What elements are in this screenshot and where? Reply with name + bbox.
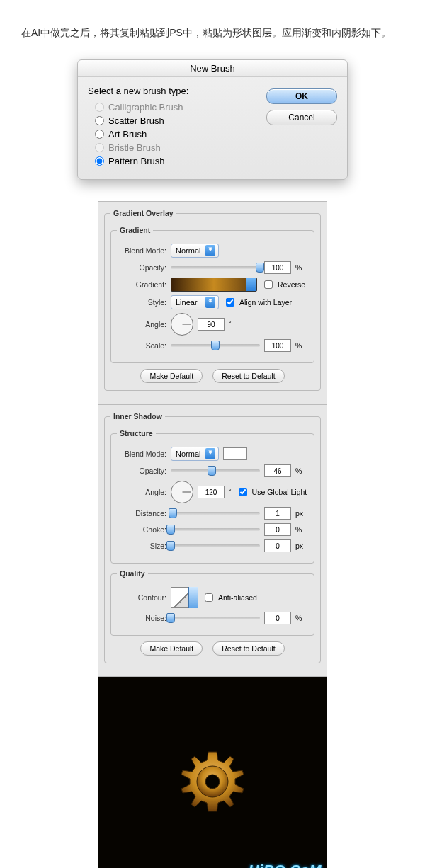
chevron-updown-icon <box>205 245 215 256</box>
noise-label: Noise: <box>117 614 166 622</box>
px-unit: px <box>295 542 308 550</box>
ok-button[interactable]: OK <box>266 88 337 104</box>
antialias-label: Anti-aliased <box>218 593 257 602</box>
make-default-button[interactable]: Make Default <box>140 369 203 383</box>
contour-label: Contour: <box>117 593 166 602</box>
antialias-checkbox[interactable]: Anti-aliased <box>202 591 257 604</box>
radio-bristle[interactable]: Bristle Brush <box>88 141 266 154</box>
pct-unit: % <box>295 614 308 622</box>
radio-label: Calligraphic Brush <box>108 102 183 113</box>
chevron-updown-icon <box>205 297 215 308</box>
svg-point-1 <box>205 775 220 789</box>
intro-text: 在AI中做完之后，将其复制粘贴到PS中，粘贴为形状图层。应用渐变和内阴影如下。 <box>21 24 404 42</box>
reset-default-button[interactable]: Reset to Default <box>212 641 284 656</box>
pct-unit: % <box>295 467 308 475</box>
choke-slider[interactable] <box>171 528 260 531</box>
blend-dropdown[interactable]: Normal <box>171 244 219 258</box>
opacity-slider[interactable] <box>171 469 260 472</box>
angle-label: Angle: <box>117 320 166 329</box>
pct-unit: % <box>295 341 308 350</box>
quality-legend: Quality <box>117 569 148 578</box>
reverse-label: Reverse <box>278 280 305 289</box>
style-dropdown[interactable]: Linear <box>171 295 219 309</box>
gradient-sublegend: Gradient <box>117 226 153 234</box>
radio-scatter[interactable]: Scatter Brush <box>88 114 266 127</box>
blend-label: Blend Mode: <box>117 450 166 458</box>
radio-label: Scatter Brush <box>108 115 164 126</box>
choke-input[interactable] <box>264 523 291 536</box>
structure-legend: Structure <box>117 429 156 438</box>
blend-value: Normal <box>176 450 200 458</box>
reverse-checkbox[interactable]: Reverse <box>261 278 305 291</box>
gradient-overlay-panel: Gradient Overlay Gradient Blend Mode: No… <box>98 201 327 404</box>
blend-value: Normal <box>176 246 200 255</box>
radio-calligraphic[interactable]: Calligraphic Brush <box>88 101 266 114</box>
inner-shadow-panel: Inner Shadow Structure Blend Mode: Norma… <box>98 404 327 677</box>
size-label: Size: <box>117 542 166 550</box>
reset-default-button[interactable]: Reset to Default <box>212 369 284 383</box>
brush-prompt: Select a new brush type: <box>88 86 266 96</box>
scale-slider[interactable] <box>171 344 260 347</box>
scale-label: Scale: <box>117 341 166 350</box>
noise-input[interactable] <box>264 612 291 624</box>
angle-dial[interactable] <box>171 481 193 503</box>
angle-input[interactable] <box>198 318 225 331</box>
pct-unit: % <box>295 525 308 534</box>
contour-picker[interactable] <box>171 587 198 608</box>
gradient-swatch[interactable] <box>171 278 257 292</box>
deg-unit <box>229 320 232 329</box>
watermark-main: UiBQ.CoM <box>249 862 322 868</box>
radio-label: Pattern Brush <box>108 156 165 166</box>
noise-slider[interactable] <box>171 617 260 619</box>
chevron-updown-icon <box>205 448 215 459</box>
gradient-overlay-legend: Gradient Overlay <box>110 209 176 217</box>
size-input[interactable] <box>264 539 291 552</box>
size-slider[interactable] <box>171 544 260 547</box>
angle-dial[interactable] <box>171 313 193 336</box>
radio-label: Bristle Brush <box>108 142 161 153</box>
cancel-button[interactable]: Cancel <box>266 110 337 125</box>
radio-label: Art Brush <box>108 129 147 139</box>
opacity-input[interactable] <box>264 464 291 477</box>
deg-unit <box>229 488 232 496</box>
align-label: Align with Layer <box>239 298 292 307</box>
opacity-label: Opacity: <box>117 467 166 475</box>
global-light-checkbox[interactable]: Use Global Light <box>236 486 307 498</box>
distance-slider[interactable] <box>171 512 260 515</box>
radio-art[interactable]: Art Brush <box>88 127 266 141</box>
style-value: Linear <box>176 298 198 307</box>
dialog-title: New Brush <box>78 60 347 77</box>
new-brush-dialog: New Brush Select a new brush type: Calli… <box>77 59 348 180</box>
choke-label: Choke: <box>117 525 166 534</box>
align-checkbox[interactable]: Align with Layer <box>223 296 292 309</box>
pct-unit: % <box>295 263 308 272</box>
gear-icon <box>177 748 248 818</box>
blend-dropdown[interactable]: Normal <box>171 447 219 461</box>
style-label: Style: <box>117 298 166 307</box>
gear-preview: UiBQ.CoM www.psahz.com <box>98 677 327 868</box>
blend-label: Blend Mode: <box>117 246 166 255</box>
opacity-slider[interactable] <box>171 266 260 269</box>
inner-shadow-legend: Inner Shadow <box>110 412 165 421</box>
angle-input[interactable] <box>198 486 225 498</box>
angle-label: Angle: <box>117 488 166 496</box>
px-unit: px <box>295 509 308 518</box>
watermark: UiBQ.CoM www.psahz.com <box>249 862 322 868</box>
gradient-label: Gradient: <box>117 280 166 289</box>
scale-input[interactable] <box>264 339 291 352</box>
distance-label: Distance: <box>117 509 166 518</box>
shadow-color-swatch[interactable] <box>223 447 247 460</box>
opacity-input[interactable] <box>264 261 291 274</box>
global-light-label: Use Global Light <box>252 488 307 496</box>
distance-input[interactable] <box>264 507 291 520</box>
radio-pattern[interactable]: Pattern Brush <box>88 154 266 168</box>
make-default-button[interactable]: Make Default <box>140 641 203 656</box>
opacity-label: Opacity: <box>117 263 166 272</box>
